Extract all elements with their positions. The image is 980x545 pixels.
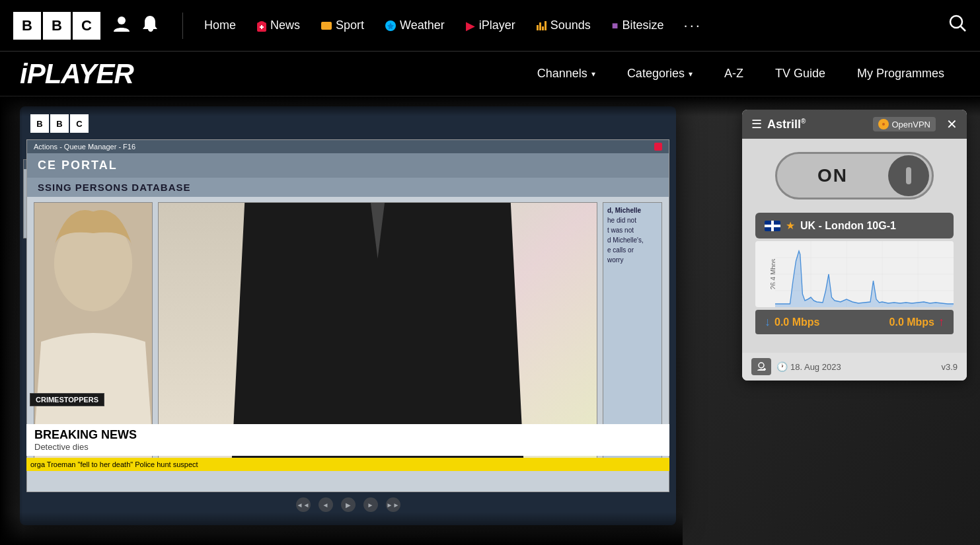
nav-bitesize[interactable]: ■ Bitesize xyxy=(603,13,673,38)
tvguide-link[interactable]: TV Guide xyxy=(759,60,841,87)
nav-weather[interactable]: Weather xyxy=(376,13,454,38)
db-text-line2: he did not xyxy=(607,217,658,224)
nav-more-button[interactable]: ··· xyxy=(676,17,710,34)
astrill-menu-icon: ☰ xyxy=(751,117,762,131)
bitesize-label: Bitesize xyxy=(622,18,664,32)
categories-dropdown[interactable]: Categories ▾ xyxy=(611,60,708,87)
search-button[interactable] xyxy=(948,14,967,37)
toggle-i-icon xyxy=(906,167,911,184)
db-main-title: SSING PERSONS DATABASE xyxy=(27,178,669,197)
bbc-logo-b1: B xyxy=(13,12,41,40)
nav-news[interactable]: News xyxy=(248,13,309,38)
dark-overlay-left xyxy=(0,96,23,545)
iplayer-logo-i: i xyxy=(20,58,27,89)
bbc-logo[interactable]: B B C xyxy=(13,12,100,40)
back-button[interactable]: ◄ xyxy=(319,497,333,512)
footer-date-info: 🕐 18. Aug 2023 xyxy=(776,361,936,372)
iplayer-nav-links: Channels ▾ Categories ▾ A-Z TV Guide My … xyxy=(160,60,960,87)
prev-button[interactable]: ◄◄ xyxy=(296,497,311,512)
tvguide-label: TV Guide xyxy=(775,67,825,81)
sounds-label: Sounds xyxy=(550,18,591,32)
bitesize-icon: ■ xyxy=(612,20,619,32)
download-speed: ↓ 0.0 Mbps xyxy=(765,315,819,329)
screen-bbc-logo: B B C xyxy=(30,114,89,133)
db-close-btn xyxy=(654,143,662,151)
crimestoppers-label: CRIMESTOPPERS xyxy=(30,393,104,406)
svg-line-5 xyxy=(961,26,965,31)
astrill-footer: 🕐 18. Aug 2023 v3.9 xyxy=(742,353,967,381)
db-portal-title: CE PORTAL xyxy=(27,153,669,178)
nav-user-icons xyxy=(112,15,159,37)
vpn-toggle-knob xyxy=(888,155,929,196)
play-button[interactable]: ▶ xyxy=(341,497,356,512)
upload-speed: 0.0 Mbps ↑ xyxy=(889,315,944,329)
nav-iplayer[interactable]: ▶ iPlayer xyxy=(457,13,525,38)
version-label: v3.9 xyxy=(941,362,958,372)
nav-divider xyxy=(182,13,183,39)
openvpn-label: OpenVPN xyxy=(891,120,930,129)
sounds-icon xyxy=(537,21,547,30)
footer-date-text: 18. Aug 2023 xyxy=(790,362,841,372)
next-button[interactable]: ►► xyxy=(386,497,400,512)
astrill-vpn-panel: ☰ Astrill® OpenVPN ✕ ON xyxy=(742,110,967,381)
ticker-text: orga Troeman "fell to her death" Police … xyxy=(30,460,198,468)
uk-flag-icon xyxy=(765,221,780,231)
openvpn-badge: OpenVPN xyxy=(873,117,936,131)
speed-chart-svg xyxy=(775,241,954,307)
vpn-toggle[interactable]: ON xyxy=(775,152,934,200)
db-text-line6: worry xyxy=(607,256,658,264)
video-controls: ◄◄ ◄ ▶ ► ►► xyxy=(26,497,669,512)
weather-label: Weather xyxy=(400,18,445,32)
upload-arrow-icon: ↑ xyxy=(938,315,944,329)
graph-area xyxy=(775,241,954,307)
nav-sounds[interactable]: Sounds xyxy=(527,13,600,38)
myprogrammes-label: My Programmes xyxy=(857,67,944,81)
server-name: UK - London 10G-1 xyxy=(800,220,896,232)
az-label: A-Z xyxy=(724,67,743,81)
bbc-logo-b3: C xyxy=(73,12,100,40)
forward-button[interactable]: ► xyxy=(363,497,378,512)
add-profile-button[interactable] xyxy=(751,358,771,375)
db-window-controls xyxy=(654,143,662,151)
categories-chevron-icon: ▾ xyxy=(689,69,693,79)
nav-sport[interactable]: Sport xyxy=(312,13,373,38)
breaking-news-banner: BREAKING NEWS Detective dies xyxy=(26,424,669,456)
breaking-news-label: BREAKING NEWS xyxy=(34,428,661,442)
news-ticker: orga Troeman "fell to her death" Police … xyxy=(26,458,669,471)
nav-home[interactable]: Home xyxy=(195,13,245,38)
openvpn-icon xyxy=(878,119,889,129)
download-arrow-icon: ↓ xyxy=(765,315,771,329)
db-text-line3: t was not xyxy=(607,227,658,234)
iplayer-navigation: iPLAYER Channels ▾ Categories ▾ A-Z TV G… xyxy=(0,52,980,96)
astrill-logo-suffix: ® xyxy=(801,118,806,125)
iplayer-logo[interactable]: iPLAYER xyxy=(20,58,133,90)
svg-point-4 xyxy=(950,16,962,28)
sport-label: Sport xyxy=(336,18,364,32)
categories-label: Categories xyxy=(627,67,685,81)
db-title-bar: Actions - Queue Manager - F16 xyxy=(27,140,669,153)
myprogrammes-link[interactable]: My Programmes xyxy=(841,60,960,87)
profile-button[interactable] xyxy=(112,15,131,37)
channels-label: Channels xyxy=(537,67,587,81)
tv-screen: B B C Actions - Queue Manager - F16 CE P… xyxy=(20,106,676,525)
weather-icon xyxy=(385,20,396,31)
channels-dropdown[interactable]: Channels ▾ xyxy=(521,60,611,87)
speed-stats-row: ↓ 0.0 Mbps 0.0 Mbps ↑ xyxy=(755,310,954,334)
az-link[interactable]: A-Z xyxy=(708,60,759,87)
notifications-button[interactable] xyxy=(141,15,159,37)
astrill-header: ☰ Astrill® OpenVPN ✕ xyxy=(742,110,967,139)
astrill-logo-text: Astrill xyxy=(767,118,801,131)
astrill-body: ON ★ UK - London 10G-1 26.4 Mbps xyxy=(742,139,967,353)
vpn-toggle-on-text: ON xyxy=(777,165,888,186)
server-row[interactable]: ★ UK - London 10G-1 xyxy=(755,213,954,238)
db-text-line5: e calls or xyxy=(607,246,658,254)
svg-point-12 xyxy=(882,123,885,126)
add-user-icon xyxy=(756,361,767,372)
iplayer-label: iPlayer xyxy=(479,18,515,32)
iplayer-logo-player: PLAYER xyxy=(27,58,133,89)
astrill-close-button[interactable]: ✕ xyxy=(946,116,958,132)
channels-chevron-icon: ▾ xyxy=(591,69,595,79)
iplayer-icon: ▶ xyxy=(466,18,475,33)
breaking-news-sub: Detective dies xyxy=(34,442,661,452)
screen-bbc-b1: B xyxy=(30,114,49,133)
